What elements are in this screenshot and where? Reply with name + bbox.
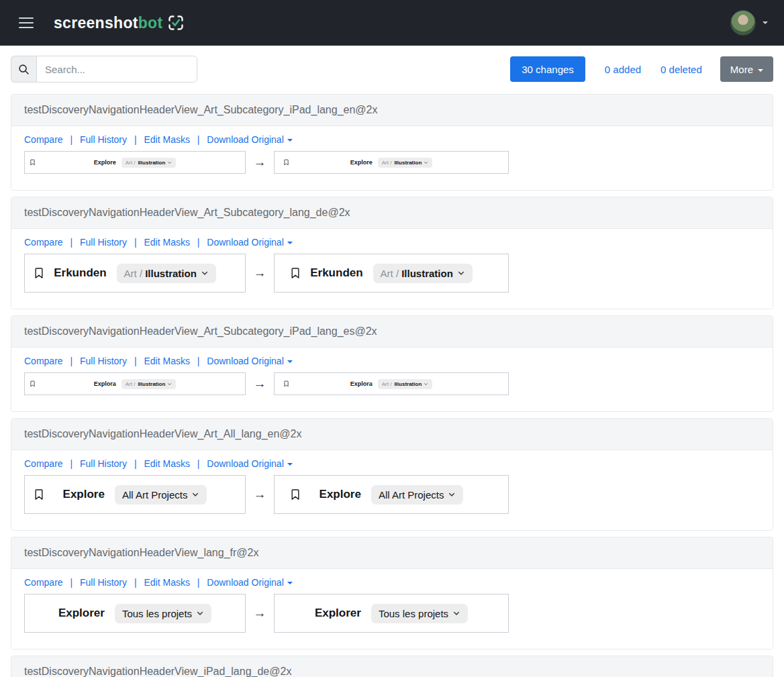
test-results-list: testDiscoveryNavigationHeaderView_Art_Su… <box>0 94 784 677</box>
top-navbar: screenshotbot <box>0 0 784 46</box>
separator: | <box>197 356 200 366</box>
compare-link[interactable]: Compare <box>24 134 63 145</box>
category-pill: All Art Projects <box>371 485 464 505</box>
chevron-down-icon <box>287 463 293 466</box>
separator: | <box>134 134 137 145</box>
screenshot-after[interactable]: Explora Art / Illustration <box>274 372 509 395</box>
separator: | <box>134 577 137 588</box>
category-name: Illustration <box>394 381 422 387</box>
category-name: Tous les projets <box>379 608 448 619</box>
explore-label: Erkunden <box>54 266 106 280</box>
compare-link[interactable]: Compare <box>24 356 63 366</box>
bookmark-icon <box>289 488 302 501</box>
category-prefix: Art / <box>126 160 136 166</box>
chevron-down-icon <box>196 609 204 617</box>
screenshot-after[interactable]: Explore Art / Illustration <box>274 151 509 174</box>
full-history-link[interactable]: Full History <box>80 458 127 469</box>
chevron-down-icon <box>167 382 172 386</box>
search-group <box>11 56 197 83</box>
screenshot-before[interactable]: Explorer Tous les projets <box>24 594 246 633</box>
screenshot-before[interactable]: Explore Art / Illustration <box>24 151 246 174</box>
nav-header-content: Explore Art / Illustration <box>94 158 177 168</box>
avatar <box>730 10 756 36</box>
full-history-link[interactable]: Full History <box>80 577 127 588</box>
download-original-link[interactable]: Download Original <box>207 237 292 248</box>
arrow-right-icon: → <box>246 376 274 391</box>
separator: | <box>70 577 72 588</box>
screenshot-before[interactable]: Explore All Art Projects <box>24 475 246 514</box>
compare-link[interactable]: Compare <box>24 458 63 469</box>
screenshot-after[interactable]: Erkunden Art / Illustration <box>274 254 509 293</box>
added-button[interactable]: 0 added <box>605 56 641 82</box>
edit-masks-link[interactable]: Edit Masks <box>144 134 189 145</box>
explore-label: Explore <box>94 159 116 166</box>
download-original-link[interactable]: Download Original <box>207 134 292 145</box>
chevron-down-icon <box>758 69 763 72</box>
full-history-link[interactable]: Full History <box>80 237 127 248</box>
separator: | <box>197 577 200 588</box>
separator: | <box>197 458 200 469</box>
edit-masks-link[interactable]: Edit Masks <box>144 356 189 366</box>
card-body: Compare | Full History | Edit Masks | Do… <box>11 450 773 530</box>
arrow-right-icon: → <box>246 606 274 621</box>
edit-masks-link[interactable]: Edit Masks <box>144 237 189 248</box>
screenshot-comparison: Erkunden Art / Illustration → <box>24 254 760 293</box>
category-name: All Art Projects <box>379 489 444 501</box>
test-card: testDiscoveryNavigationHeaderView_Art_Su… <box>11 94 773 191</box>
test-name: testDiscoveryNavigationHeaderView_iPad_l… <box>11 656 773 677</box>
compare-link[interactable]: Compare <box>24 237 63 248</box>
chevron-down-icon <box>287 582 293 584</box>
card-actions: Compare | Full History | Edit Masks | Do… <box>24 237 760 248</box>
arrow-right-icon: → <box>246 487 274 502</box>
card-actions: Compare | Full History | Edit Masks | Do… <box>24 458 760 470</box>
screenshot-after[interactable]: Explorer Tous les projets <box>274 594 509 633</box>
separator: | <box>134 458 137 469</box>
category-pill: Art / Illustration <box>378 379 433 389</box>
separator: | <box>134 356 137 366</box>
menu-icon[interactable] <box>19 17 34 28</box>
card-body: Compare | Full History | Edit Masks | Do… <box>11 569 773 649</box>
changes-button[interactable]: 30 changes <box>510 56 585 82</box>
more-button[interactable]: More <box>720 56 773 82</box>
search-input[interactable] <box>36 56 197 83</box>
separator: | <box>197 134 200 145</box>
full-history-link[interactable]: Full History <box>80 134 127 145</box>
download-original-link[interactable]: Download Original <box>207 458 292 469</box>
nav-header-content: Erkunden Art / Illustration <box>54 264 216 283</box>
category-prefix: Art / <box>124 268 143 279</box>
nav-header-content: Erkunden Art / Illustration <box>310 264 473 283</box>
test-card: testDiscoveryNavigationHeaderView_Art_Su… <box>11 315 773 412</box>
screenshot-before[interactable]: Erkunden Art / Illustration <box>24 254 246 293</box>
separator: | <box>70 237 72 248</box>
full-history-link[interactable]: Full History <box>80 356 127 366</box>
category-pill: All Art Projects <box>115 485 207 505</box>
edit-masks-link[interactable]: Edit Masks <box>144 458 189 469</box>
search-icon <box>11 56 36 83</box>
brand-logo[interactable]: screenshotbot <box>54 14 185 32</box>
arrow-right-icon: → <box>246 155 274 170</box>
card-actions: Compare | Full History | Edit Masks | Do… <box>24 577 760 588</box>
chevron-down-icon <box>452 609 460 617</box>
screenshot-after[interactable]: Explore All Art Projects <box>274 475 509 514</box>
download-original-link[interactable]: Download Original <box>207 356 292 366</box>
compare-link[interactable]: Compare <box>24 577 63 588</box>
screenshot-comparison: Explorer Tous les projets → <box>24 594 760 633</box>
test-card: testDiscoveryNavigationHeaderView_iPad_l… <box>11 656 773 677</box>
screenshot-before[interactable]: Explora Art / Illustration <box>24 372 246 395</box>
deleted-button[interactable]: 0 deleted <box>660 56 702 82</box>
chevron-down-icon <box>424 382 428 386</box>
explore-label: Explore <box>320 488 361 501</box>
card-actions: Compare | Full History | Edit Masks | Do… <box>24 356 760 367</box>
card-body: Compare | Full History | Edit Masks | Do… <box>11 348 773 411</box>
download-original-link[interactable]: Download Original <box>207 577 292 588</box>
edit-masks-link[interactable]: Edit Masks <box>144 577 189 588</box>
chevron-down-icon <box>191 490 199 499</box>
bookmark-icon <box>29 159 36 166</box>
category-name: Illustration <box>401 268 453 279</box>
test-card: testDiscoveryNavigationHeaderView_lang_f… <box>11 537 773 649</box>
category-pill: Tous les projets <box>115 604 211 623</box>
arrow-right-icon: → <box>246 266 274 280</box>
user-menu[interactable] <box>730 10 768 36</box>
test-card: testDiscoveryNavigationHeaderView_Art_Al… <box>11 418 773 531</box>
category-name: Illustration <box>145 268 197 279</box>
